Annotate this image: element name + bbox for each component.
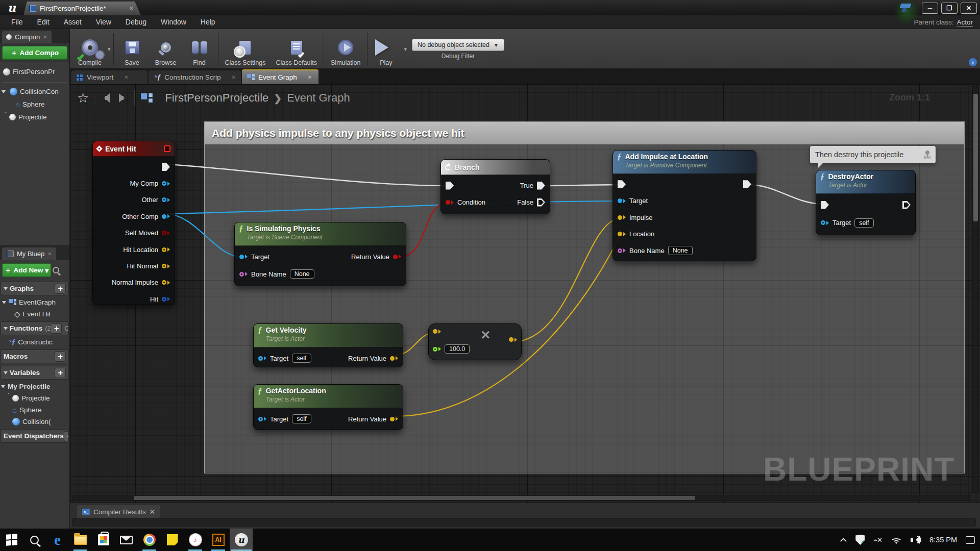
taskbar-chrome[interactable] — [138, 529, 161, 551]
menu-view[interactable]: View — [89, 18, 118, 26]
menu-asset[interactable]: Asset — [57, 18, 89, 26]
taskbar-clock[interactable]: 8:35 PM — [929, 536, 957, 544]
breadcrumb-root[interactable]: FirstPersonProjectile — [165, 91, 268, 105]
pin-value-field[interactable]: None — [290, 269, 314, 279]
asset-window-tab[interactable]: FirstPersonProjectile* ✕ — [23, 2, 141, 15]
tutorial-icon[interactable] — [890, 2, 919, 15]
return-value-pin[interactable] — [390, 417, 398, 421]
taskbar-search-button[interactable] — [23, 529, 46, 551]
close-icon[interactable]: ✕ — [232, 74, 236, 80]
taskbar-sticky-notes[interactable] — [161, 529, 184, 551]
exec-pin[interactable] — [162, 163, 170, 171]
location-pin[interactable] — [618, 232, 626, 236]
target-pin[interactable] — [239, 255, 248, 259]
add-macro-button[interactable]: ＋ — [55, 352, 66, 362]
class-defaults-button[interactable]: Class Defaults — [271, 31, 322, 67]
comment-title[interactable]: Add physics impulse to any physics objec… — [205, 122, 964, 144]
play-button[interactable]: Play — [369, 31, 403, 67]
node-destroy-actor[interactable]: ƒ DestroyActor Target is Actor Targetsel… — [816, 170, 916, 235]
eventgraph-item[interactable]: EventGraph — [0, 296, 69, 308]
variable-sphere-item[interactable]: ⌂ Sphere — [0, 404, 69, 416]
node-multiply[interactable]: ✕ 100.0 — [428, 323, 522, 360]
close-icon[interactable]: ✕ — [129, 5, 134, 12]
return-value-pin[interactable] — [390, 356, 398, 361]
taskbar-mail[interactable] — [115, 529, 138, 551]
browse-button[interactable]: Browse — [149, 31, 183, 67]
normal-impulse-pin[interactable] — [162, 280, 170, 285]
expander-icon[interactable] — [1, 90, 6, 93]
start-button[interactable] — [0, 529, 23, 551]
functions-section-header[interactable]: Functions (2 ＋ O — [1, 321, 69, 335]
tab-viewport[interactable]: Viewport✕ — [71, 70, 148, 84]
component-sphere-item[interactable]: ⌂ Sphere — [0, 98, 69, 111]
add-function-button[interactable]: ＋ — [51, 323, 62, 334]
forward-arrow-icon[interactable] — [117, 93, 129, 103]
add-dispatcher-button[interactable]: ＋ — [64, 431, 69, 441]
taskbar-edge[interactable]: e — [46, 529, 69, 551]
close-icon[interactable]: ✕ — [43, 34, 47, 40]
horizontal-scrollbar[interactable] — [72, 495, 970, 501]
compiler-results-tab[interactable]: >_ Compiler Results ✕ — [77, 505, 160, 518]
add-variable-button[interactable]: ＋ — [55, 368, 66, 378]
power-plug-icon[interactable]: ⌁✕ — [873, 536, 882, 544]
search-icon[interactable] — [53, 267, 59, 273]
parent-class-value[interactable]: Actor — [957, 18, 973, 27]
scrollbar-thumb[interactable] — [134, 496, 695, 500]
pin-value-field[interactable]: self — [292, 354, 311, 363]
class-settings-button[interactable]: Class Settings — [220, 31, 271, 67]
pushpin-icon[interactable] — [925, 151, 929, 155]
hit-location-pin[interactable] — [162, 247, 170, 252]
minimize-button[interactable]: ─ — [922, 3, 938, 14]
self-moved-pin[interactable] — [162, 231, 170, 235]
save-button[interactable]: Save — [115, 31, 149, 67]
back-arrow-icon[interactable] — [100, 93, 112, 103]
variables-section-header[interactable]: Variables ＋ — [1, 366, 69, 380]
tab-construction-script[interactable]: ƒ Construction Scrip✕ — [149, 70, 241, 84]
pin-value-field[interactable]: self — [292, 414, 311, 423]
vector-output-pin[interactable] — [509, 337, 517, 342]
other-comp-pin[interactable] — [162, 214, 170, 219]
event-dispatchers-section-header[interactable]: Event Dispatchers ＋ — [1, 429, 69, 443]
wifi-icon[interactable] — [891, 536, 902, 544]
close-icon[interactable]: ✕ — [150, 508, 155, 516]
target-pin[interactable] — [618, 198, 626, 203]
true-pin[interactable] — [537, 182, 545, 190]
component-root-item[interactable]: FirstPersonPr — [0, 65, 69, 78]
target-pin[interactable] — [258, 356, 266, 361]
compile-options-caret[interactable]: ▾ — [108, 46, 111, 53]
defender-shield-icon[interactable] — [855, 535, 865, 545]
target-pin[interactable] — [821, 220, 829, 225]
macros-section-header[interactable]: Macros ＋ — [1, 349, 69, 363]
node-comment-bubble[interactable]: Then destroy this projectile ••• — [810, 146, 936, 163]
graphs-section-header[interactable]: Graphs ＋ — [1, 282, 69, 295]
pin-value-field[interactable]: 100.0 — [445, 344, 470, 354]
float-input-pin[interactable]: 100.0 — [433, 344, 470, 354]
my-blueprint-tab[interactable]: My Bluep✕ — [2, 247, 56, 260]
target-pin[interactable] — [258, 417, 266, 421]
close-icon[interactable]: ✕ — [308, 74, 312, 80]
play-options-caret[interactable]: ▾ — [404, 46, 407, 53]
node-is-simulating-physics[interactable]: ƒ Is Simulating Physics Target is Scene … — [234, 222, 406, 286]
variable-collision-item[interactable]: Collision( — [0, 416, 69, 428]
return-value-pin[interactable] — [393, 255, 401, 259]
expander-icon[interactable] — [4, 327, 8, 330]
menu-window[interactable]: Window — [154, 18, 193, 26]
event-graph-canvas[interactable]: ☆ FirstPersonProjectile ❯ Event Graph Zo… — [70, 84, 980, 503]
components-tab[interactable]: Compon✕ — [2, 31, 52, 43]
tab-event-graph[interactable]: Event Graph✕ — [242, 69, 318, 84]
bone-name-pin[interactable] — [239, 272, 248, 277]
volume-icon[interactable] — [911, 536, 921, 544]
my-projectile-category[interactable]: My Projectile — [0, 381, 69, 392]
node-get-velocity[interactable]: ƒ Get Velocity Target is Actor Targetsel… — [253, 323, 403, 367]
construction-script-item[interactable]: ƒ Constructic — [0, 336, 69, 348]
vertical-scrollbar[interactable] — [972, 86, 979, 493]
event-hit-item[interactable]: ◇ Event Hit — [0, 308, 69, 320]
menu-edit[interactable]: Edit — [30, 18, 57, 26]
simulation-button[interactable]: Simulation — [326, 31, 365, 67]
delegate-pin[interactable] — [164, 145, 170, 152]
menu-file[interactable]: File — [4, 18, 30, 26]
taskbar-unreal-engine[interactable]: u — [230, 529, 253, 551]
action-center-icon[interactable] — [966, 536, 975, 544]
hit-normal-pin[interactable] — [162, 264, 170, 268]
favorite-star-icon[interactable]: ☆ — [77, 90, 89, 106]
